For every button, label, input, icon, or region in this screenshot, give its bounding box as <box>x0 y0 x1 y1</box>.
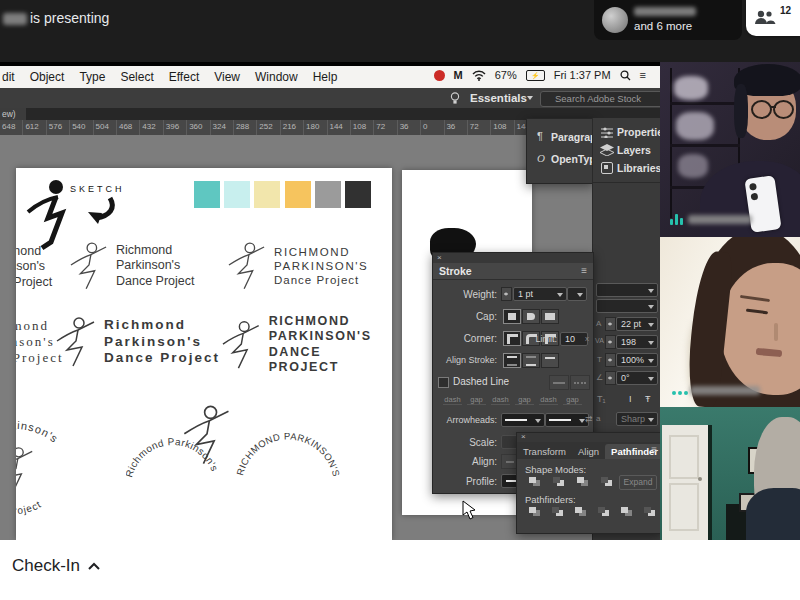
arrowhead-start-select[interactable] <box>501 413 545 427</box>
rotation-field[interactable]: 0° <box>616 371 658 385</box>
notification-center-icon[interactable]: ≡ <box>640 69 646 81</box>
search-adobe-stock-input[interactable]: Search Adobe Stock <box>540 91 660 107</box>
menu-item-window[interactable]: Window <box>255 70 298 84</box>
antialias-select[interactable]: Sharp <box>616 412 658 426</box>
rotation-stepper[interactable] <box>605 371 616 385</box>
tab-transform[interactable]: Transform <box>517 444 572 459</box>
logo-variant-cut[interactable]: RichmondParkinson'sDance Project <box>16 244 72 290</box>
cap-butt-button[interactable] <box>503 309 521 324</box>
record-status-icon[interactable] <box>434 70 445 81</box>
minus-front-button[interactable] <box>549 475 567 488</box>
swatch-light-cyan[interactable] <box>224 181 250 208</box>
panel-menu-icon[interactable]: ≡ <box>581 265 587 276</box>
merge-button[interactable] <box>571 505 589 518</box>
unite-button[interactable] <box>525 475 543 488</box>
logo-variant-caps[interactable]: RICHMONDPARKINSON'SDance Project <box>228 240 368 292</box>
align-outside-button[interactable] <box>541 353 559 368</box>
panel-tab-properties[interactable]: Properties <box>617 126 660 138</box>
leading-stepper[interactable] <box>605 317 616 331</box>
arc-logo-upper[interactable]: RICHMOND PARKINSON'S <box>236 422 340 478</box>
swatch-charcoal[interactable] <box>345 181 371 208</box>
menu-item-object[interactable]: Object <box>30 70 65 84</box>
dash-field[interactable]: dash <box>539 395 558 405</box>
cap-round-button[interactable] <box>522 309 540 324</box>
participants-preview[interactable]: and 6 more <box>594 0 742 40</box>
dashed-line-checkbox[interactable] <box>438 377 449 388</box>
weight-field[interactable]: 1 pt <box>513 287 567 301</box>
vertical-scale-field[interactable]: 100% <box>616 353 658 367</box>
swatch-teal[interactable] <box>194 181 220 208</box>
swatch-gray[interactable] <box>315 181 341 208</box>
properties-icon <box>601 127 613 138</box>
document-tab[interactable]: ew) <box>0 108 26 120</box>
gap-field[interactable]: gap <box>515 395 534 405</box>
spotlight-search-icon[interactable] <box>620 70 631 81</box>
participant-avatar <box>602 7 628 33</box>
weight-preset-dropdown[interactable] <box>567 287 587 301</box>
panel-tab-layers[interactable]: Layers <box>617 144 651 156</box>
logo-variant-sans[interactable]: RichmondParkinson'sDance Project <box>70 240 195 292</box>
divide-button[interactable] <box>525 505 543 518</box>
font-family-select[interactable] <box>596 283 658 297</box>
wifi-icon[interactable] <box>472 70 486 81</box>
tracking-stepper[interactable] <box>605 335 616 349</box>
logo-variant-ring-cut[interactable]: Richmond Parkinson's Dance Project <box>16 398 90 540</box>
corner-miter-button[interactable] <box>503 331 521 346</box>
menu-item-help[interactable]: Help <box>313 70 338 84</box>
panel-tab-libraries[interactable]: Libraries <box>617 162 660 174</box>
weight-stepper[interactable] <box>501 287 512 301</box>
dash-field[interactable]: dash <box>491 395 510 405</box>
exclude-button[interactable] <box>597 475 615 488</box>
gap-field[interactable]: gap <box>467 395 486 405</box>
limit-field[interactable]: 10 <box>560 332 588 346</box>
vertical-scale-stepper[interactable] <box>605 353 616 367</box>
minus-back-button[interactable] <box>640 505 658 518</box>
dash-field[interactable]: dash <box>443 395 462 405</box>
swatch-gold[interactable] <box>285 181 311 208</box>
swap-arrowheads-icon[interactable]: ⇄ <box>585 414 593 424</box>
participant-count-button[interactable]: 12 <box>746 0 800 36</box>
font-style-select[interactable] <box>596 299 658 313</box>
screen-share-area[interactable]: dit Object Type Select Effect View Windo… <box>0 62 660 540</box>
dash-align-button[interactable] <box>570 375 590 390</box>
participants-more-label: and 6 more <box>634 20 692 32</box>
leading-field[interactable]: 22 pt <box>616 317 658 331</box>
menu-item-effect[interactable]: Effect <box>169 70 199 84</box>
arrowhead-end-select[interactable] <box>545 413 589 427</box>
tab-align[interactable]: Align <box>572 444 605 459</box>
expand-button[interactable]: Expand <box>619 475 657 490</box>
crop-button[interactable] <box>594 505 612 518</box>
artboard-1[interactable]: SKETCH RichmondParkinson'sDance Project <box>16 168 392 540</box>
cap-projecting-button[interactable] <box>541 309 559 324</box>
logo-variant-bold[interactable]: RichmondParkinson'sDance Project <box>56 314 220 370</box>
menu-item-edit[interactable]: dit <box>2 70 15 84</box>
arc-logo-lower[interactable]: Richmond Parkinson's <box>126 426 220 480</box>
logo-variant-bold-caps[interactable]: RICHMONDPARKINSON'SDANCE PROJECT <box>222 314 392 375</box>
underline-icon[interactable]: I <box>629 394 632 404</box>
weight-label: Weight: <box>433 289 497 300</box>
dash-preserve-button[interactable] <box>549 375 569 390</box>
gap-field[interactable]: gap <box>563 395 582 405</box>
meeting-name[interactable]: Check-In <box>12 556 100 576</box>
swatch-cream[interactable] <box>254 181 280 208</box>
trim-button[interactable] <box>548 505 566 518</box>
video-tile-2[interactable] <box>660 237 800 407</box>
align-center-button[interactable] <box>503 353 521 368</box>
lightbulb-icon[interactable] <box>450 92 460 105</box>
menu-item-view[interactable]: View <box>214 70 240 84</box>
intersect-button[interactable] <box>573 475 591 488</box>
video-tile-3[interactable] <box>660 407 800 540</box>
video-tile-1[interactable] <box>660 62 800 237</box>
subscript-icon[interactable]: T₁ <box>597 394 606 404</box>
align-inside-button[interactable] <box>522 353 540 368</box>
outline-button[interactable] <box>617 505 635 518</box>
workspace-switcher[interactable]: Essentials <box>470 92 527 104</box>
close-icon[interactable]: × <box>521 432 526 441</box>
tracking-field[interactable]: 198 <box>616 335 658 349</box>
strikethrough-icon[interactable]: Ŧ <box>645 394 651 404</box>
close-icon[interactable]: × <box>437 253 442 262</box>
panel-menu-icon[interactable]: ≡ <box>651 444 657 455</box>
menu-item-type[interactable]: Type <box>79 70 105 84</box>
gmail-icon[interactable]: M <box>454 69 463 81</box>
menu-item-select[interactable]: Select <box>120 70 153 84</box>
